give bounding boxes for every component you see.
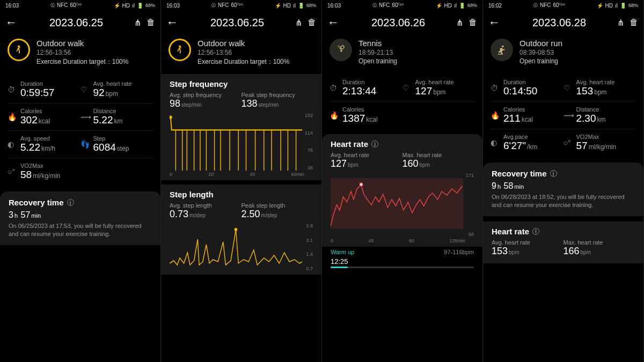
- activity-target: Exercise Duration target：100%: [36, 57, 128, 67]
- svg-point-27: [502, 46, 504, 48]
- warmup-time: 12:25: [322, 257, 482, 265]
- calories-value: 1387: [342, 113, 365, 124]
- avg-step-length: 0.73: [170, 209, 188, 219]
- route-icon: ⟿: [80, 113, 89, 121]
- delete-icon[interactable]: 🗑: [308, 18, 316, 27]
- avg-hr: 153: [492, 246, 508, 256]
- delete-icon[interactable]: 🗑: [630, 18, 638, 27]
- clock-icon: ⏱: [330, 84, 338, 92]
- activity-header: Outdoor walk 12:56-13:56 Exercise Durati…: [0, 34, 160, 74]
- warmup-range: 97-116bpm: [444, 249, 474, 255]
- recovery-text: On 06/25/2023 at 17:53, you will be full…: [9, 222, 152, 239]
- vo2-icon: ○°: [8, 167, 16, 176]
- page-date: 2023.06.25: [185, 17, 290, 29]
- status-bar: 16:02 ⦾NFC60ᶠᵖˢ ⚡HDıl🔋68%: [483, 0, 643, 11]
- heart-rate-card: Heart ratei Avg. heart rate153bpm Max. h…: [483, 221, 643, 263]
- pace-icon: ◐: [491, 138, 499, 147]
- avg-hr-value: 92: [93, 87, 105, 98]
- peak-step-freq: 138: [241, 98, 258, 109]
- tennis-icon: [330, 39, 352, 61]
- step-frequency-card: Step frequency Avg. step frequency98step…: [161, 74, 321, 180]
- footprint-icon: 👣: [80, 140, 89, 149]
- distance-value: 2.30: [576, 113, 596, 124]
- share-icon[interactable]: ⋔: [617, 18, 624, 28]
- share-icon[interactable]: ⋔: [295, 18, 302, 28]
- info-icon[interactable]: i: [532, 228, 539, 235]
- status-bar: 16:03 ⦾NFC60ᶠᵖˢ ⚡HDıl🔋68%: [322, 0, 482, 11]
- heart-rate-card: Heart ratei Avg. heart rate127bpm Max. h…: [322, 134, 482, 247]
- page-date: 2023.06.25: [24, 17, 129, 29]
- status-bar: 16:03 ⦾NFC60ᶠᵖˢ ⚡HDıl🔋68%: [161, 0, 321, 11]
- page-date: 2023.06.28: [507, 17, 612, 29]
- calories-value: 302: [20, 114, 38, 125]
- share-icon[interactable]: ⋔: [134, 18, 141, 28]
- duration-value: 2:13:44: [342, 85, 376, 97]
- walk-icon: [8, 39, 30, 61]
- recovery-card: Recovery timei 3h 57min On 06/25/2023 at…: [0, 191, 160, 245]
- calories-value: 211: [503, 113, 521, 124]
- step-frequency-chart: 1521147638: [170, 113, 313, 171]
- step-length-chart: 2.82.11.40.7: [170, 223, 313, 271]
- avg-hr-value: 153: [576, 85, 594, 97]
- heart-icon: ♡: [402, 84, 411, 92]
- activity-time: 12:56-13:56: [36, 49, 128, 56]
- svg-point-24: [360, 183, 363, 186]
- speed-icon: ◐: [8, 140, 16, 149]
- avg-hr: 127: [331, 158, 347, 169]
- back-icon[interactable]: ←: [488, 16, 500, 29]
- avg-hr-value: 127: [415, 85, 433, 97]
- max-hr: 166: [564, 246, 580, 256]
- status-bar: 16:03 ⦾NFC60ᶠᵖˢ ⚡HDıl🔋68%: [0, 0, 160, 11]
- warmup-label: Warm up: [331, 249, 354, 255]
- status-time: 16:03: [5, 3, 19, 9]
- vo2max-value: 58: [20, 169, 32, 180]
- route-icon: ⟿: [564, 111, 572, 120]
- pace-value: 6'27": [503, 140, 526, 151]
- screen-walk-summary: 16:03 ⦾NFC60ᶠᵖˢ ⚡HDıl🔋68% ← 2023.06.25 ⋔…: [0, 0, 161, 362]
- delete-icon[interactable]: 🗑: [147, 18, 155, 27]
- screen-run: 16:02 ⦾NFC60ᶠᵖˢ ⚡HDıl🔋68% ← 2023.06.28 ⋔…: [483, 0, 644, 362]
- heart-icon: ♡: [80, 85, 89, 94]
- vo2-icon: ○°: [564, 138, 572, 147]
- share-icon[interactable]: ⋔: [456, 18, 463, 28]
- svg-rect-28: [498, 54, 503, 54]
- max-hr: 160: [402, 158, 419, 169]
- avg-step-freq: 98: [170, 98, 180, 109]
- heart-rate-chart: 17158: [331, 173, 474, 237]
- peak-step-length: 2.50: [241, 209, 260, 219]
- flame-icon: 🔥: [491, 111, 499, 120]
- warmup-progress: [331, 267, 474, 268]
- flame-icon: 🔥: [330, 111, 338, 120]
- recovery-card: Recovery timei 9h 58min On 06/28/2023 at…: [483, 162, 643, 216]
- activity-title: Outdoor walk: [36, 39, 128, 48]
- clock-icon: ⏱: [8, 85, 16, 94]
- vo2max-value: 57: [576, 140, 588, 151]
- back-icon[interactable]: ←: [327, 16, 339, 29]
- walk-icon: [169, 39, 191, 61]
- heart-icon: ♡: [564, 84, 572, 92]
- step-length-card: Step length Avg. step length0.73m/step P…: [161, 184, 321, 275]
- run-icon: [491, 39, 513, 61]
- info-icon[interactable]: i: [67, 199, 74, 206]
- delete-icon[interactable]: 🗑: [469, 18, 477, 27]
- svg-point-20: [235, 228, 238, 231]
- back-icon[interactable]: ←: [166, 16, 178, 29]
- duration-value: 0:59:57: [20, 87, 54, 98]
- speed-value: 5.22: [20, 142, 40, 153]
- info-icon[interactable]: i: [550, 170, 557, 177]
- svg-point-21: [340, 50, 342, 52]
- info-icon[interactable]: i: [371, 141, 378, 147]
- screen-tennis: 16:03 ⦾NFC60ᶠᵖˢ ⚡HDıl🔋68% ← 2023.06.26 ⋔…: [322, 0, 483, 362]
- steps-value: 6084: [93, 142, 116, 153]
- flame-icon: 🔥: [8, 113, 16, 121]
- distance-value: 5.22: [93, 114, 113, 125]
- screen-walk-steps: 16:03 ⦾NFC60ᶠᵖˢ ⚡HDıl🔋68% ← 2023.06.25 ⋔…: [161, 0, 322, 362]
- back-icon[interactable]: ←: [5, 16, 17, 29]
- duration-value: 0:14:50: [503, 85, 537, 97]
- page-date: 2023.06.26: [346, 17, 451, 29]
- clock-icon: ⏱: [491, 84, 499, 92]
